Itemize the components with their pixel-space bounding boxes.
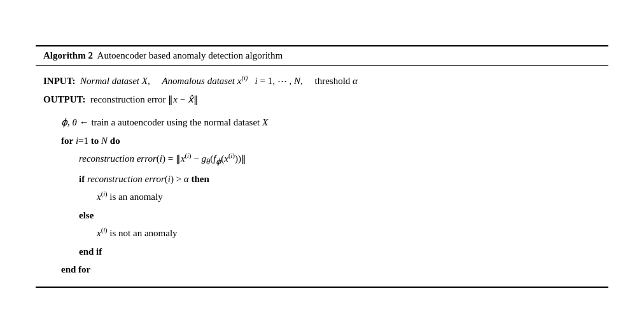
end-for-keyword: end for — [61, 264, 90, 274]
anomaly-line: x(i) is an anomaly — [43, 188, 601, 206]
then-keyword: then — [191, 174, 209, 184]
else-line: else — [43, 206, 601, 225]
algorithm-body: INPUT: Normal dataset X, Anomalous datas… — [36, 66, 608, 287]
for-text: i=1 to N do — [76, 136, 120, 146]
algorithm-box: Algorithm 2 Autoencoder based anomaly de… — [36, 45, 608, 288]
algorithm-label: Algorithm 2 — [43, 50, 93, 60]
reconstruction-error-line: reconstruction error(i) = ‖x(i) − gθ(fϕ(… — [43, 150, 601, 170]
algorithm-header: Algorithm 2 Autoencoder based anomaly de… — [36, 46, 608, 66]
algorithm-title: Autoencoder based anomaly detection algo… — [95, 50, 283, 60]
end-if-keyword: end if — [79, 246, 102, 257]
end-for-line: end for — [43, 260, 601, 279]
not-anomaly-line: x(i) is not an anomaly — [43, 224, 601, 243]
step-phi-theta: ϕ, θ ← train a autoencoder using the nor… — [43, 113, 601, 132]
else-keyword: else — [79, 210, 94, 220]
input-content: Normal dataset X, Anomalous dataset x(i)… — [78, 76, 358, 86]
if-condition: reconstruction error(i) > α — [87, 174, 192, 184]
output-label: OUTPUT: — [43, 94, 85, 104]
for-loop-line: for i=1 to N do — [43, 132, 601, 150]
if-line: if reconstruction error(i) > α then — [43, 170, 601, 188]
output-content: reconstruction error ‖x − x̂‖ — [88, 94, 199, 104]
for-keyword: for — [61, 136, 73, 146]
input-line: INPUT: Normal dataset X, Anomalous datas… — [43, 72, 601, 90]
output-line: OUTPUT: reconstruction error ‖x − x̂‖ — [43, 90, 601, 109]
input-label: INPUT: — [43, 76, 76, 86]
spacer-1 — [43, 108, 601, 113]
if-keyword: if — [79, 174, 85, 184]
end-if-line: end if — [43, 243, 601, 261]
